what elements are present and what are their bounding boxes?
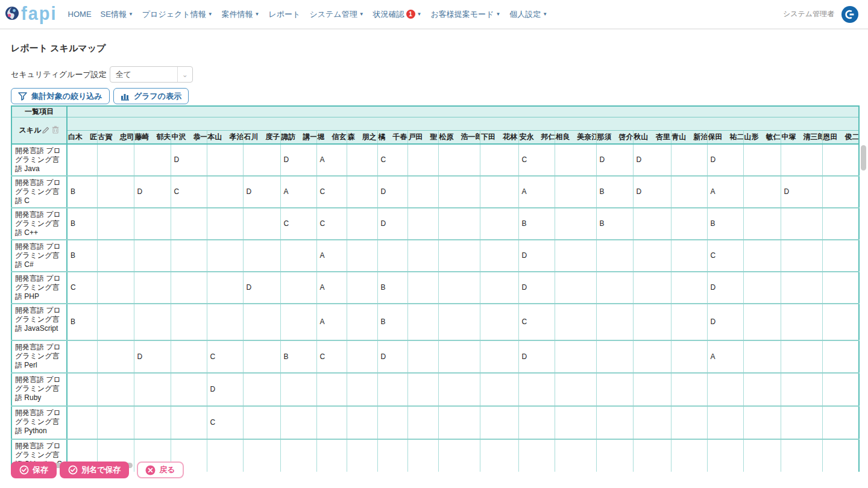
skill-level-cell[interactable] — [243, 304, 280, 340]
nav-item-8[interactable]: 個人設定▼ — [509, 9, 547, 20]
skill-level-cell[interactable] — [518, 439, 555, 472]
skill-level-cell[interactable] — [347, 304, 377, 340]
skill-level-cell[interactable]: D — [207, 373, 243, 406]
skill-level-cell[interactable] — [480, 144, 518, 176]
nav-item-7[interactable]: お客様提案モード▼ — [430, 9, 500, 20]
skill-level-cell[interactable]: D — [518, 340, 555, 373]
skill-level-cell[interactable] — [171, 340, 207, 373]
skill-level-cell[interactable]: D — [377, 208, 407, 240]
skill-level-cell[interactable] — [347, 144, 377, 176]
skill-level-cell[interactable] — [480, 208, 518, 240]
skill-level-cell[interactable]: C — [207, 340, 243, 373]
skill-level-cell[interactable] — [480, 340, 518, 373]
skill-level-cell[interactable] — [633, 272, 671, 304]
nav-item-5[interactable]: システム管理▼ — [309, 9, 363, 20]
skill-level-cell[interactable] — [596, 406, 633, 439]
skill-level-cell[interactable] — [280, 373, 316, 406]
skill-level-cell[interactable] — [438, 176, 480, 208]
skill-level-cell[interactable]: D — [243, 272, 280, 304]
skill-level-cell[interactable] — [407, 272, 438, 304]
skill-level-cell[interactable] — [67, 144, 97, 176]
nav-item-2[interactable]: プロジェクト情報▼ — [142, 9, 213, 20]
skill-level-cell[interactable] — [171, 406, 207, 439]
skill-level-cell[interactable] — [377, 373, 407, 406]
skill-level-cell[interactable] — [171, 272, 207, 304]
skill-level-cell[interactable]: D — [280, 144, 316, 176]
vertical-scrollbar-thumb[interactable] — [861, 145, 866, 170]
skill-level-cell[interactable] — [207, 304, 243, 340]
skill-level-cell[interactable] — [97, 176, 134, 208]
skill-level-cell[interactable]: A — [316, 272, 347, 304]
skill-level-cell[interactable]: C — [316, 340, 347, 373]
skill-level-cell[interactable] — [67, 340, 97, 373]
skill-level-cell[interactable]: C — [280, 208, 316, 240]
skill-level-cell[interactable] — [316, 373, 347, 406]
skill-level-cell[interactable] — [781, 439, 822, 472]
skill-level-cell[interactable]: D — [518, 272, 555, 304]
skill-level-cell[interactable] — [207, 240, 243, 272]
trash-icon[interactable] — [52, 126, 59, 134]
skill-level-cell[interactable] — [97, 304, 134, 340]
nav-item-1[interactable]: SE情報▼ — [101, 9, 133, 20]
skill-level-cell[interactable] — [480, 176, 518, 208]
skill-level-cell[interactable] — [438, 272, 480, 304]
skill-level-cell[interactable] — [407, 304, 438, 340]
skill-level-cell[interactable]: B — [67, 240, 97, 272]
skill-level-cell[interactable] — [280, 439, 316, 472]
skill-level-cell[interactable] — [743, 439, 781, 472]
skill-level-cell[interactable] — [781, 373, 822, 406]
skill-level-cell[interactable] — [347, 439, 377, 472]
skill-level-cell[interactable] — [243, 373, 280, 406]
skill-level-cell[interactable]: D — [518, 240, 555, 272]
skill-level-cell[interactable] — [555, 176, 596, 208]
skill-level-cell[interactable]: D — [707, 272, 743, 304]
skill-level-cell[interactable] — [822, 176, 859, 208]
skill-level-cell[interactable]: A — [707, 340, 743, 373]
skill-level-cell[interactable] — [480, 439, 518, 472]
skill-level-cell[interactable]: C — [316, 208, 347, 240]
skill-level-cell[interactable]: D — [707, 144, 743, 176]
skill-level-cell[interactable]: D — [134, 176, 171, 208]
show-graph-button[interactable]: グラフの表示 — [113, 88, 189, 104]
skill-level-cell[interactable] — [347, 208, 377, 240]
skill-level-cell[interactable] — [633, 406, 671, 439]
skill-level-cell[interactable]: D — [243, 176, 280, 208]
skill-level-cell[interactable] — [671, 373, 707, 406]
skill-level-cell[interactable] — [596, 304, 633, 340]
skill-level-cell[interactable] — [822, 340, 859, 373]
filter-targets-button[interactable]: 集計対象の絞り込み — [11, 88, 110, 104]
skill-level-cell[interactable] — [555, 406, 596, 439]
skill-level-cell[interactable] — [781, 144, 822, 176]
skill-level-cell[interactable] — [377, 240, 407, 272]
skill-level-cell[interactable] — [134, 304, 171, 340]
skill-level-cell[interactable]: D — [377, 340, 407, 373]
skill-level-cell[interactable] — [134, 240, 171, 272]
skill-level-cell[interactable] — [743, 208, 781, 240]
skill-level-cell[interactable] — [518, 406, 555, 439]
skill-level-cell[interactable] — [555, 208, 596, 240]
skill-level-cell[interactable]: B — [518, 208, 555, 240]
skill-level-cell[interactable]: B — [67, 208, 97, 240]
skill-level-cell[interactable] — [822, 272, 859, 304]
skill-level-cell[interactable] — [347, 272, 377, 304]
skill-level-cell[interactable] — [596, 340, 633, 373]
skill-level-cell[interactable]: D — [633, 144, 671, 176]
skill-level-cell[interactable] — [438, 240, 480, 272]
skill-level-cell[interactable] — [781, 240, 822, 272]
skill-level-cell[interactable] — [207, 439, 243, 472]
skill-level-cell[interactable] — [671, 272, 707, 304]
skill-level-cell[interactable] — [822, 304, 859, 340]
skill-level-cell[interactable]: C — [316, 176, 347, 208]
skill-level-cell[interactable] — [633, 304, 671, 340]
skill-level-cell[interactable] — [822, 406, 859, 439]
skill-level-cell[interactable] — [555, 373, 596, 406]
skill-level-cell[interactable] — [743, 144, 781, 176]
skill-level-cell[interactable]: A — [518, 176, 555, 208]
skill-level-cell[interactable] — [822, 439, 859, 472]
skill-level-cell[interactable] — [633, 340, 671, 373]
skill-level-cell[interactable] — [743, 176, 781, 208]
skill-level-cell[interactable] — [134, 208, 171, 240]
skill-level-cell[interactable] — [347, 240, 377, 272]
skill-level-cell[interactable] — [480, 406, 518, 439]
skill-level-cell[interactable] — [97, 373, 134, 406]
